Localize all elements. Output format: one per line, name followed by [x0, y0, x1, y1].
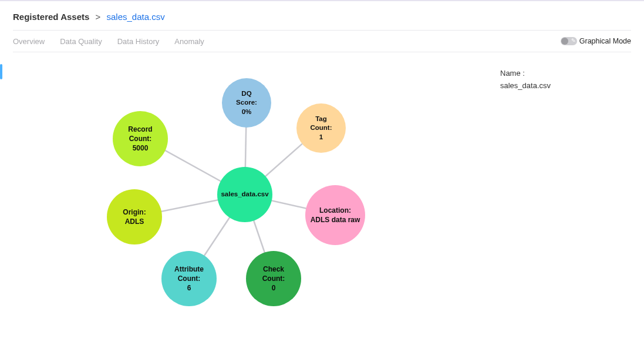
node-record-count[interactable]: Record Count: 5000 [113, 111, 168, 166]
detail-name-label: Name : [500, 69, 551, 78]
tab-bar: Overview Data Quality Data History Anoma… [13, 30, 631, 52]
tab-data-quality[interactable]: Data Quality [60, 37, 102, 46]
detail-name-value: sales_data.csv [500, 81, 551, 90]
node-location-label: Location: ADLS data raw [307, 206, 364, 225]
node-center-label: sales_data.csv [217, 190, 272, 199]
tab-overview[interactable]: Overview [13, 37, 45, 46]
tab-data-history[interactable]: Data History [117, 37, 160, 46]
node-tag-count[interactable]: Tag Count: 1 [296, 103, 346, 153]
detail-panel: Name : sales_data.csv [459, 52, 551, 323]
graphical-mode-label: Graphical Mode [579, 37, 631, 45]
breadcrumb-current[interactable]: sales_data.csv [106, 12, 164, 22]
breadcrumb-sep: > [92, 12, 104, 22]
node-check-count[interactable]: Check Count: 0 [246, 251, 301, 306]
asset-graph: sales_data.csv Record Count: 5000 DQ Sco… [13, 52, 459, 323]
node-dq-score[interactable]: DQ Score: 0% [222, 78, 271, 128]
breadcrumb-root[interactable]: Registered Assets [13, 12, 89, 22]
graphical-mode-toggle[interactable]: Graphical Mode [561, 37, 631, 45]
switch-icon[interactable] [561, 37, 577, 45]
node-center[interactable]: sales_data.csv [217, 167, 272, 222]
node-attribute-count-label: Attribute Count: 6 [171, 264, 207, 293]
breadcrumb: Registered Assets > sales_data.csv [13, 12, 631, 22]
tab-anomaly[interactable]: Anomaly [174, 37, 204, 46]
node-tag-count-label: Tag Count: 1 [306, 115, 335, 142]
node-origin-label: Origin: ADLS [119, 207, 149, 226]
node-location[interactable]: Location: ADLS data raw [305, 185, 365, 245]
node-record-count-label: Record Count: 5000 [124, 125, 156, 153]
node-origin[interactable]: Origin: ADLS [107, 189, 162, 244]
active-page-marker [0, 64, 2, 79]
node-check-count-label: Check Count: 0 [259, 264, 289, 293]
node-attribute-count[interactable]: Attribute Count: 6 [161, 251, 217, 306]
node-dq-score-label: DQ Score: 0% [232, 89, 261, 117]
